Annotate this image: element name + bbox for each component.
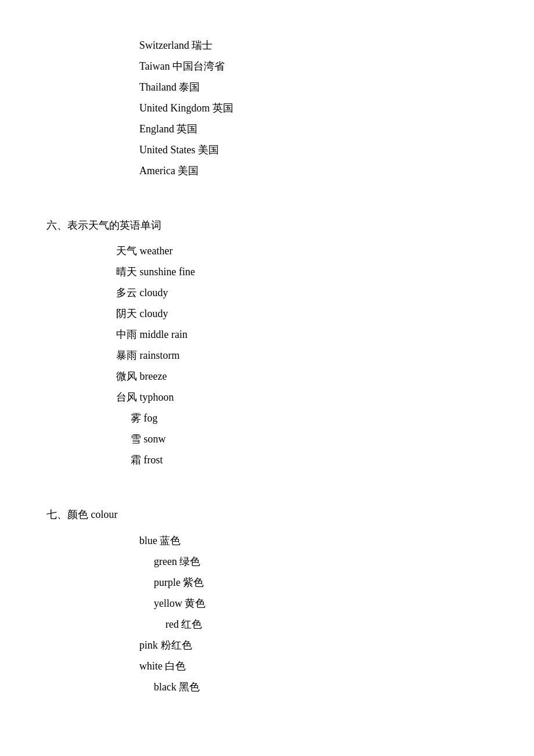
color-item: purple 紫色 bbox=[154, 572, 488, 593]
color-item: white 白色 bbox=[139, 656, 488, 676]
weather-item: 霜 frost bbox=[131, 449, 488, 470]
weather-item: 暴雨 rainstorm bbox=[116, 345, 488, 366]
country-item: Taiwan 中国台湾省 bbox=[139, 56, 488, 77]
weather-item: 多云 cloudy bbox=[116, 282, 488, 303]
color-item: red 红色 bbox=[165, 614, 488, 635]
color-section: 七、颜色 colour blue 蓝色green 绿色purple 紫色yell… bbox=[46, 505, 488, 697]
country-item: America 美国 bbox=[139, 160, 488, 181]
weather-section-header: 六、表示天气的英语单词 bbox=[46, 216, 488, 235]
country-item: United States 美国 bbox=[139, 139, 488, 160]
countries-section: Switzerland 瑞士Taiwan 中国台湾省Thailand 泰国Uni… bbox=[139, 35, 488, 181]
weather-item: 雪 sonw bbox=[131, 429, 488, 449]
countries-list: Switzerland 瑞士Taiwan 中国台湾省Thailand 泰国Uni… bbox=[139, 35, 488, 181]
color-item: green 绿色 bbox=[154, 551, 488, 572]
weather-item: 微风 breeze bbox=[116, 366, 488, 387]
weather-list: 天气 weather晴天 sunshine fine多云 cloudy阴天 cl… bbox=[46, 240, 488, 470]
weather-item: 中雨 middle rain bbox=[116, 324, 488, 345]
color-item: black 黑色 bbox=[154, 676, 488, 697]
country-item: England 英国 bbox=[139, 118, 488, 139]
color-item: yellow 黄色 bbox=[154, 593, 488, 614]
weather-item: 天气 weather bbox=[116, 240, 488, 261]
weather-item: 晴天 sunshine fine bbox=[116, 261, 488, 282]
weather-item: 台风 typhoon bbox=[116, 387, 488, 408]
country-item: United Kingdom 英国 bbox=[139, 98, 488, 118]
country-item: Switzerland 瑞士 bbox=[139, 35, 488, 56]
color-section-header: 七、颜色 colour bbox=[46, 505, 488, 524]
weather-item: 雾 fog bbox=[131, 408, 488, 429]
weather-section: 六、表示天气的英语单词 天气 weather晴天 sunshine fine多云… bbox=[46, 216, 488, 470]
color-item: blue 蓝色 bbox=[139, 530, 488, 551]
color-item: pink 粉红色 bbox=[139, 635, 488, 656]
weather-item: 阴天 cloudy bbox=[116, 303, 488, 324]
country-item: Thailand 泰国 bbox=[139, 77, 488, 98]
color-list: blue 蓝色green 绿色purple 紫色yellow 黄色red 红色p… bbox=[46, 530, 488, 697]
